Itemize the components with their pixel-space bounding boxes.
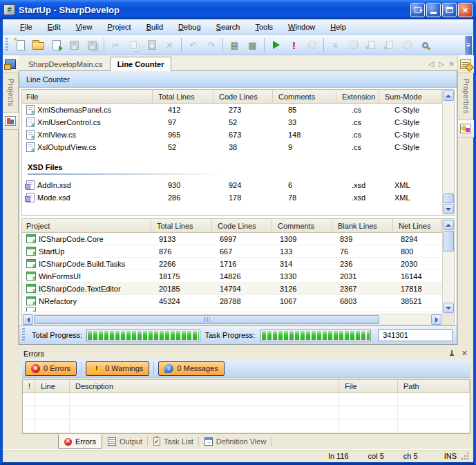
classes-pad-tab[interactable]: [3, 112, 19, 130]
column-header-net-lines[interactable]: Net Lines: [393, 219, 442, 232]
delete-icon[interactable]: ✕: [161, 37, 178, 53]
menu-help[interactable]: Help: [323, 21, 354, 33]
column-header-extension[interactable]: Extension: [336, 90, 379, 103]
save-all-icon[interactable]: [84, 37, 101, 53]
project-row-clipped[interactable]: [22, 307, 442, 312]
column-header-path[interactable]: Path: [398, 380, 470, 392]
column-header-code-lines[interactable]: Code Lines: [212, 219, 272, 232]
close-button[interactable]: ×: [458, 3, 473, 17]
messages-filter-button[interactable]: i 0 Messages: [158, 361, 224, 376]
cut-icon[interactable]: ✂: [107, 37, 124, 53]
new-from-template-icon[interactable]: [48, 37, 65, 53]
tab-task-list[interactable]: Task List: [148, 434, 199, 449]
properties-pad-label[interactable]: Properties: [462, 73, 470, 120]
undo-icon[interactable]: ↶: [184, 37, 202, 53]
column-header-project[interactable]: Project: [22, 219, 151, 232]
scroll-up-icon[interactable]: [444, 91, 454, 101]
files-table-scrollbar[interactable]: [442, 90, 454, 215]
hscroll-thumb[interactable]: [34, 315, 379, 324]
tab-definition-view[interactable]: Definition View: [199, 434, 272, 449]
column-header-sum-mode[interactable]: Sum-Mode: [379, 90, 442, 103]
menu-search[interactable]: Search: [209, 21, 248, 33]
toolbox-pad-tab[interactable]: [458, 120, 474, 137]
tab-errors[interactable]: ✕ Errors: [58, 434, 102, 449]
bookmark-list-icon[interactable]: ≡: [327, 37, 344, 53]
column-header-comments[interactable]: Comments: [272, 219, 332, 232]
menu-project[interactable]: Project: [99, 21, 138, 33]
copy-icon[interactable]: [125, 37, 142, 53]
column-header-comments[interactable]: Comments: [273, 90, 336, 103]
minimize-button[interactable]: [426, 3, 441, 17]
sharpdevelop-app-icon[interactable]: #: [3, 4, 15, 15]
project-row[interactable]: WinFormsUI 18175 14826 1330 2031 16144: [22, 270, 442, 283]
file-row[interactable]: XmlSchemasPanel.cs 412 273 85 .cs C-Styl…: [22, 104, 442, 116]
stop-process-icon[interactable]: [399, 37, 416, 53]
project-row[interactable]: ICSharpCode.Core 9133 6997 1309 839 8294: [22, 233, 442, 245]
properties-pad-tab[interactable]: [458, 55, 474, 73]
column-header-description[interactable]: Description: [70, 380, 339, 392]
column-header-line[interactable]: Line: [35, 380, 70, 392]
errors-filter-button[interactable]: ✕ 0 Errors: [25, 361, 77, 376]
next-tab-icon[interactable]: ▷: [439, 60, 444, 68]
step-into-icon[interactable]: [363, 37, 380, 53]
menu-file[interactable]: File: [12, 21, 40, 33]
column-header-total-lines[interactable]: Total Lines: [151, 219, 212, 232]
prev-tab-icon[interactable]: ◁: [428, 60, 434, 68]
detach-window-button[interactable]: [410, 3, 425, 17]
toggle-breakpoint-icon[interactable]: [345, 37, 362, 53]
build-icon[interactable]: ▦: [226, 37, 243, 53]
scroll-down-icon[interactable]: [444, 303, 454, 313]
project-row[interactable]: StartUp 876 667 133 76 800: [22, 245, 442, 258]
column-header-total-lines[interactable]: Total Lines: [153, 90, 213, 103]
menu-build[interactable]: Build: [139, 21, 171, 33]
toolbar-options-button[interactable]: [465, 36, 472, 55]
menu-debug[interactable]: Debug: [171, 21, 208, 33]
search-icon[interactable]: [417, 37, 434, 53]
column-header-file[interactable]: File: [339, 380, 398, 392]
paste-icon[interactable]: [143, 37, 160, 53]
maximize-button[interactable]: [442, 3, 457, 17]
project-row[interactable]: NRefactory 45324 28788 1067 6803 38521: [22, 295, 442, 307]
new-file-icon[interactable]: [12, 37, 29, 53]
file-row[interactable]: Mode.xsd 286 178 78 .xsd XML: [22, 191, 442, 204]
menu-edit[interactable]: Edit: [40, 21, 68, 33]
column-header-file[interactable]: File: [22, 90, 153, 103]
project-row[interactable]: ICSharpCode.Build.Tasks 2266 1716 314 23…: [22, 258, 442, 270]
rebuild-icon[interactable]: ▩: [244, 37, 261, 53]
close-tab-icon[interactable]: ✕: [449, 60, 455, 68]
save-icon[interactable]: [66, 37, 83, 53]
column-header-code-lines[interactable]: Code Lines: [213, 90, 273, 103]
projects-table-scrollbar[interactable]: [442, 219, 454, 314]
tab-line-counter[interactable]: Line Counter: [110, 57, 172, 71]
resize-grip[interactable]: [461, 452, 469, 460]
file-row[interactable]: XslOutputView.cs 52 38 9 .cs C-Style: [22, 141, 442, 153]
projects-table-hscrollbar[interactable]: [22, 314, 454, 325]
progress-row-grip[interactable]: [22, 328, 25, 342]
scroll-up-icon[interactable]: [444, 220, 454, 230]
tab-output[interactable]: Output: [102, 434, 148, 449]
redo-icon[interactable]: ↷: [202, 37, 220, 53]
project-row[interactable]: ICSharpCode.TextEditor 20185 14794 3126 …: [22, 283, 442, 295]
file-row[interactable]: XmlView.cs 965 673 148 .cs C-Style: [22, 129, 442, 141]
menu-view[interactable]: View: [68, 21, 100, 33]
scroll-thumb[interactable]: [444, 231, 454, 252]
run-icon[interactable]: [267, 37, 285, 53]
file-row[interactable]: AddIn.xsd 930 924 6 .xsd XML: [22, 179, 442, 191]
abort-build-icon[interactable]: !: [285, 37, 303, 53]
toolbar-grip[interactable]: [6, 38, 8, 52]
pin-icon[interactable]: [449, 350, 455, 357]
step-over-icon[interactable]: [381, 37, 398, 53]
scroll-thumb[interactable]: [444, 193, 454, 203]
file-row[interactable]: XmlUserControl.cs 97 52 33 .cs C-Style: [22, 116, 442, 129]
menu-window[interactable]: Window: [280, 21, 323, 33]
open-folder-icon[interactable]: [30, 37, 47, 53]
projects-pad-label[interactable]: Projects: [7, 73, 15, 112]
tab-sharpdevelopmain[interactable]: SharpDevelopMain.cs: [21, 57, 110, 70]
scroll-down-icon[interactable]: [444, 204, 454, 214]
scroll-right-icon[interactable]: [431, 314, 441, 325]
column-header-severity[interactable]: !: [23, 380, 35, 392]
scroll-left-icon[interactable]: [23, 314, 33, 325]
projects-pad-tab[interactable]: [3, 55, 19, 73]
column-header-blank-lines[interactable]: Blank Lines: [332, 219, 393, 232]
close-panel-icon[interactable]: ✕: [461, 350, 468, 357]
